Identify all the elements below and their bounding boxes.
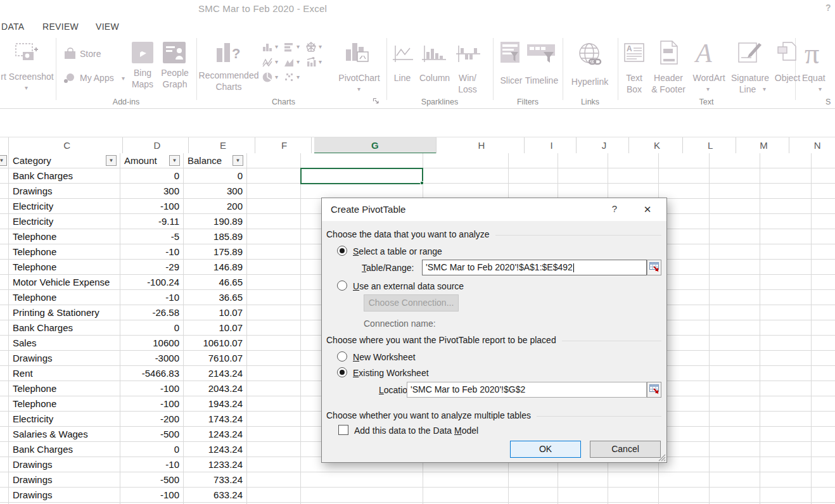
cell-category[interactable]: Telephone [9, 229, 120, 244]
cell-amount[interactable]: -9.11 [120, 214, 184, 229]
fill-handle[interactable] [420, 181, 424, 185]
column-header-g-selected[interactable]: G [314, 137, 437, 154]
insert-stock-chart-button[interactable]: ▾ [262, 56, 283, 70]
cell-balance[interactable]: 10.07 [184, 305, 247, 320]
cell-amount[interactable]: 0 [120, 320, 184, 336]
cell-balance[interactable]: 10610.07 [184, 336, 247, 351]
cell-balance[interactable]: 7610.07 [184, 351, 247, 366]
cell-balance[interactable]: 146.89 [184, 260, 247, 275]
cell-amount[interactable]: -5466.83 [120, 366, 184, 381]
cell-balance[interactable]: 300 [184, 184, 247, 199]
cell-amount[interactable]: -10 [120, 290, 184, 305]
cell-amount[interactable]: -500 [120, 427, 184, 442]
filter-button-balance[interactable]: ▼ [233, 155, 243, 166]
radio-external-source[interactable] [337, 280, 347, 291]
cell-amount[interactable]: -100 [120, 381, 184, 396]
cell-balance[interactable]: 2043.24 [184, 381, 247, 396]
radio-select-table-range-label[interactable]: Select a table or range [353, 246, 442, 256]
cell-balance[interactable]: 2143.24 [184, 366, 247, 381]
cell-category[interactable]: Telephone [9, 260, 120, 275]
cell-amount[interactable]: -100.24 [120, 275, 184, 290]
charts-dialog-launcher-icon[interactable] [373, 98, 379, 104]
cell-category[interactable]: Drawings [9, 488, 120, 503]
cell-category[interactable]: Bank Charges [9, 442, 120, 457]
cell-amount[interactable]: -200 [120, 412, 184, 427]
cell-category[interactable]: Sales [9, 336, 120, 351]
radio-new-worksheet[interactable] [337, 351, 347, 362]
data-model-checkbox-label[interactable]: Add this data to the Data Model [354, 425, 478, 436]
location-input[interactable]: 'SMC Mar to Feb 2020'!$G$2 [407, 382, 647, 398]
cell-category[interactable]: Rent [9, 366, 120, 381]
cell-balance[interactable]: 733.24 [184, 472, 247, 488]
cell-balance[interactable]: 46.65 [184, 275, 247, 290]
column-header-c[interactable]: C [11, 137, 123, 154]
cell-balance[interactable]: 200 [184, 199, 247, 214]
cell-balance[interactable]: 0 [184, 168, 247, 184]
cell-category[interactable]: Telephone [9, 244, 120, 260]
radio-new-worksheet-label[interactable]: New Worksheet [353, 352, 416, 362]
cell-amount[interactable]: -100 [120, 488, 184, 503]
cell-balance[interactable]: 10.07 [184, 320, 247, 336]
selected-cell-g2[interactable] [300, 168, 423, 184]
column-header-h[interactable]: H [439, 137, 525, 154]
insert-area-chart-button[interactable]: ▾ [283, 56, 305, 70]
radio-external-source-label[interactable]: Use an external data source [353, 281, 464, 291]
tab-view[interactable]: VIEW [96, 22, 119, 32]
cell-balance[interactable]: 1233.24 [184, 457, 247, 472]
cell-amount[interactable]: -3000 [120, 351, 184, 366]
column-header-b-partial[interactable] [0, 137, 9, 154]
cell-category[interactable]: Electricity [9, 412, 120, 427]
cell-amount[interactable]: -10 [120, 457, 184, 472]
dialog-title-bar[interactable]: Create PivotTable ? ✕ [322, 198, 666, 221]
cell-category[interactable]: Drawings [9, 351, 120, 366]
cell-amount[interactable]: 0 [120, 168, 184, 184]
choose-connection-button[interactable]: Choose Connection... [364, 294, 459, 312]
cell-amount[interactable]: -10 [120, 244, 184, 260]
cell-balance[interactable]: 633.24 [184, 488, 247, 503]
cell-amount[interactable]: -100 [120, 199, 184, 214]
dialog-close-icon[interactable]: ✕ [637, 202, 658, 217]
table-range-input[interactable]: 'SMC Mar to Feb 2020'!$A$1:$E$492 [422, 260, 647, 275]
cell-balance[interactable]: 1243.24 [184, 427, 247, 442]
help-icon[interactable]: ? [825, 3, 831, 13]
cell-category[interactable]: Drawings [9, 457, 120, 472]
insert-combo-chart-button[interactable]: ▾ [305, 56, 327, 70]
cell-amount[interactable]: -26.58 [120, 305, 184, 320]
cell-balance[interactable]: 185.89 [184, 229, 247, 244]
cell-category[interactable]: Telephone [9, 396, 120, 412]
column-header-m[interactable]: M [739, 137, 789, 154]
cell-category[interactable]: Bank Charges [9, 168, 120, 184]
tab-review[interactable]: REVIEW [42, 22, 79, 32]
insert-column-chart-button[interactable]: ▾ [262, 41, 283, 54]
table-range-collapse-button[interactable] [647, 260, 661, 275]
cell-category[interactable]: Motor Vehicle Expense [9, 275, 120, 290]
filter-button-amount[interactable]: ▼ [169, 155, 180, 166]
cell-balance[interactable]: 1243.24 [184, 442, 247, 457]
cancel-button[interactable]: Cancel [590, 441, 661, 458]
cell-category[interactable]: Electricity [9, 214, 120, 229]
column-header-k[interactable]: K [632, 137, 683, 154]
cell-category[interactable]: Salaries & Wages [9, 427, 120, 442]
cell-category[interactable]: Drawings [9, 472, 120, 488]
ok-button[interactable]: OK [510, 441, 581, 458]
cell-amount[interactable]: 10600 [120, 336, 184, 351]
insert-scatter-chart-button[interactable]: ▾ [283, 71, 305, 85]
table-header-category[interactable]: Category [9, 153, 120, 168]
cell-amount[interactable]: 300 [120, 184, 184, 199]
cell-balance[interactable]: 175.89 [184, 244, 247, 260]
column-header-l[interactable]: L [685, 137, 736, 154]
column-header-n[interactable]: N [792, 137, 835, 154]
filter-button-category[interactable]: ▼ [106, 155, 117, 166]
cell-category[interactable]: Telephone [9, 381, 120, 396]
tab-data[interactable]: DATA [1, 22, 24, 32]
insert-bar-chart-button[interactable]: ▾ [283, 41, 305, 54]
cell-amount[interactable]: -29 [120, 260, 184, 275]
location-collapse-button[interactable] [647, 382, 661, 398]
cell-balance[interactable]: 1943.24 [184, 396, 247, 412]
insert-surface-radar-chart-button[interactable]: ▾ [305, 41, 327, 54]
radio-existing-worksheet-label[interactable]: Existing Worksheet [353, 368, 429, 378]
column-header-i[interactable]: I [527, 137, 577, 154]
radio-select-table-range[interactable] [337, 246, 347, 256]
cell-balance[interactable]: 190.89 [184, 214, 247, 229]
cell-category[interactable]: Bank Charges [9, 320, 120, 336]
